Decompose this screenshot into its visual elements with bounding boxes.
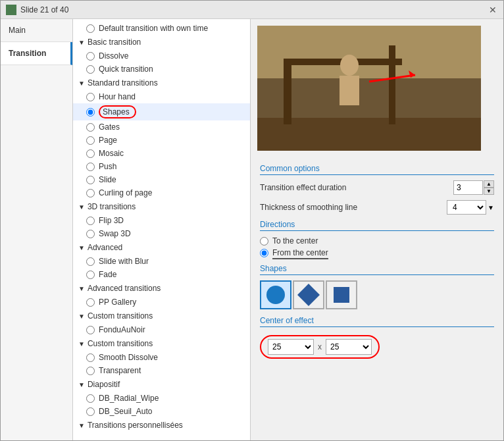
direction-to-center-row: To the center [260, 236, 494, 246]
sidebar-item-dissolve[interactable]: Dissolve [73, 49, 250, 63]
sidebar-item-swap3d[interactable]: Swap 3D [73, 227, 250, 240]
radio-push[interactable] [86, 163, 95, 171]
sidebar-item-mosaic[interactable]: Mosaic [73, 147, 250, 160]
radio-transparent[interactable] [86, 367, 95, 375]
arrow-icon: ▼ [78, 381, 85, 388]
sidebar-header-custom1[interactable]: ▼ Custom transitions [73, 309, 250, 323]
arrow-icon: ▼ [78, 313, 85, 320]
radio-from-center[interactable] [260, 249, 268, 257]
title-bar: Slide 21 of 40 ✕ [1, 1, 503, 19]
sidebar-item-fondu[interactable]: FonduAuNoir [73, 323, 250, 336]
radio-swap3d[interactable] [86, 230, 95, 238]
sidebar-item-smooth-dissolve[interactable]: Smooth Dissolve [73, 351, 250, 364]
duration-up-button[interactable]: ▲ [484, 180, 494, 188]
radio-slide[interactable] [86, 176, 95, 184]
tab-transition[interactable]: Transition [1, 42, 72, 65]
smoothing-select[interactable]: 4 1 2 3 [447, 200, 486, 215]
sidebar: Default transition with own time ▼ Basic… [73, 19, 251, 440]
arrow-icon: ▼ [78, 203, 85, 211]
radio-flip3d[interactable] [86, 217, 95, 225]
radio-fade[interactable] [86, 271, 95, 279]
shape-diamond-button[interactable] [293, 280, 324, 309]
direction-from-center-row: From the center [260, 248, 494, 257]
radio-smooth-dissolve[interactable] [86, 353, 95, 362]
tab-main[interactable]: Main [1, 19, 72, 42]
sidebar-header-advanced[interactable]: ▼ Advanced [73, 240, 250, 255]
sidebar-item-curling[interactable]: Curling of page [73, 186, 250, 199]
sidebar-header-standard[interactable]: ▼ Standard transitions [73, 76, 250, 90]
smoothing-row: Thickness of smoothing line 4 1 2 3 ▼ [260, 200, 494, 215]
arrow-icon: ▼ [78, 39, 85, 46]
center-x-select[interactable]: 25 50 75 100 [268, 339, 314, 355]
preview-content [257, 26, 481, 151]
close-button[interactable]: ✕ [488, 5, 498, 15]
left-tabs: Main Transition [1, 19, 73, 440]
sidebar-item-quick[interactable]: Quick transition [73, 63, 250, 76]
shapes-buttons [260, 280, 494, 309]
arrow-icon: ▼ [78, 244, 85, 251]
sidebar-item-push[interactable]: Push [73, 160, 250, 173]
radio-db-seuil[interactable] [86, 407, 95, 416]
title-bar-left: Slide 21 of 40 [6, 5, 68, 15]
directions-section: Directions To the center From the center [260, 220, 494, 257]
sidebar-item-page[interactable]: Page [73, 134, 250, 147]
radio-to-center[interactable] [260, 237, 268, 246]
main-content: Main Transition Default transition with … [1, 19, 503, 440]
sidebar-item-default[interactable]: Default transition with own time [73, 22, 250, 35]
sidebar-item-gates[interactable]: Gates [73, 120, 250, 134]
shapes-section: Shapes [260, 264, 494, 309]
radio-quick[interactable] [86, 65, 95, 74]
radio-slide-blur[interactable] [86, 257, 95, 266]
sidebar-header-basic[interactable]: ▼ Basic transition [73, 35, 250, 49]
duration-value[interactable] [453, 180, 483, 195]
radio-default[interactable] [86, 24, 95, 33]
sidebar-item-slide[interactable]: Slide [73, 173, 250, 186]
options-panel: Common options Transition effect duratio… [251, 157, 503, 372]
svg-rect-8 [340, 76, 359, 105]
sidebar-header-custom2[interactable]: ▼ Custom transitions [73, 336, 250, 351]
radio-page[interactable] [86, 136, 95, 145]
sidebar-item-hour-hand[interactable]: Hour hand [73, 90, 250, 103]
center-y-select[interactable]: 25 50 75 100 [326, 339, 372, 355]
radio-pp-gallery[interactable] [86, 298, 95, 307]
arrow-icon: ▼ [78, 340, 85, 348]
directions-label: Directions [260, 220, 494, 231]
sidebar-item-flip3d[interactable]: Flip 3D [73, 214, 250, 227]
sidebar-item-db-radial[interactable]: DB_Radial_Wipe [73, 392, 250, 405]
radio-mosaic[interactable] [86, 149, 95, 158]
radio-db-radial[interactable] [86, 394, 95, 403]
preview-image [257, 26, 481, 151]
sidebar-item-transparent[interactable]: Transparent [73, 364, 250, 377]
shape-circle-button[interactable] [260, 280, 291, 309]
radio-curling[interactable] [86, 189, 95, 197]
center-label: Center of effect [260, 316, 494, 327]
x-label: x [318, 342, 322, 351]
duration-label: Transition effect duration [260, 183, 453, 192]
radio-fondu[interactable] [86, 326, 95, 334]
arrow-icon: ▼ [78, 422, 85, 429]
svg-rect-5 [389, 45, 395, 124]
sidebar-item-db-seuil[interactable]: DB_Seuil_Auto [73, 405, 250, 418]
sidebar-header-3d[interactable]: ▼ 3D transitions [73, 199, 250, 214]
right-panel: Common options Transition effect duratio… [251, 19, 503, 440]
arrow-icon: ▼ [78, 285, 85, 292]
sidebar-item-fade[interactable]: Fade [73, 268, 250, 281]
square-shape [334, 287, 349, 303]
sidebar-item-shapes[interactable]: Shapes [73, 103, 250, 120]
sidebar-header-advanced-transitions[interactable]: ▼ Advanced transitions [73, 281, 250, 296]
shape-square-button[interactable] [326, 280, 357, 309]
smoothing-dropdown-icon: ▼ [488, 204, 494, 211]
radio-gates[interactable] [86, 123, 95, 132]
center-section: Center of effect 25 50 75 100 x 25 50 75 [260, 316, 494, 359]
smoothing-label: Thickness of smoothing line [260, 203, 447, 212]
sidebar-header-perso[interactable]: ▼ Transitions personnellisées [73, 418, 250, 432]
radio-shapes[interactable] [86, 108, 95, 117]
sidebar-item-slide-blur[interactable]: Slide with Blur [73, 255, 250, 268]
sidebar-item-pp-gallery[interactable]: PP Gallery [73, 296, 250, 309]
arrow-icon: ▼ [78, 80, 85, 87]
duration-down-button[interactable]: ▼ [484, 188, 494, 195]
radio-dissolve[interactable] [86, 52, 95, 61]
sidebar-header-diapositif[interactable]: ▼ Diapositif [73, 377, 250, 392]
radio-hour-hand[interactable] [86, 93, 95, 101]
preview-svg [257, 26, 481, 151]
